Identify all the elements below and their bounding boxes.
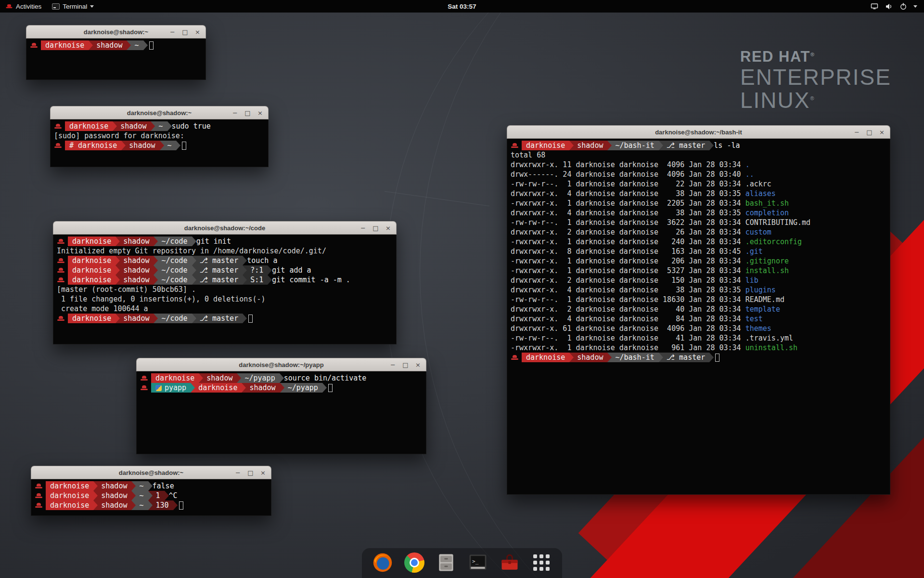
minimize-button[interactable]: −	[387, 359, 398, 370]
terminal-line: darknoiseshadow~/code⎇ masterS:1 git com…	[57, 275, 393, 285]
terminal-text: .	[745, 160, 750, 170]
close-button[interactable]: ×	[255, 107, 266, 118]
prompt-segment: shadow	[93, 491, 131, 500]
dock-item-firefox[interactable]	[372, 552, 394, 574]
activities-label: Activities	[16, 3, 41, 10]
terminal-content[interactable]: darknoiseshadow~	[26, 39, 206, 80]
dock-item-terminal[interactable]: >_	[467, 552, 489, 574]
redhat-prompt-icon	[141, 385, 148, 391]
terminal-text: bash_it.sh	[745, 198, 789, 208]
redhat-prompt-icon	[57, 277, 64, 283]
top-bar: Activities Terminal Sat 03:57	[0, 0, 924, 13]
redhat-prompt-icon	[57, 238, 64, 245]
prompt-segment: darknoise	[522, 353, 569, 362]
terminal-line: -rwxrwxr-x. 1 darknoise darknoise 240 Ja…	[511, 237, 886, 247]
dock-item-show-applications[interactable]	[530, 552, 552, 574]
terminal-content[interactable]: darknoiseshadow~/code git initInitialize…	[53, 235, 397, 344]
prompt-segment: darknoise	[68, 256, 116, 265]
terminal-icon	[52, 3, 60, 10]
maximize-button[interactable]: □	[180, 26, 191, 38]
minimize-button[interactable]: −	[232, 467, 244, 478]
terminal-line: -rw-rw-r--. 1 darknoise darknoise 3622 J…	[511, 218, 886, 227]
terminal-window-home-2: darknoise@shadow:~ − □ × darknoiseshadow…	[31, 466, 271, 516]
terminal-app-icon: >_	[467, 552, 488, 573]
terminal-text: ls -la	[709, 141, 740, 150]
terminal-content[interactable]: darknoiseshadow~/bash-it⎇ master ls -lat…	[507, 139, 890, 495]
prompt-segment: darknoise	[68, 265, 116, 275]
redhat-prompt-icon	[141, 375, 148, 381]
terminal-text: -rwxrwxr-x. 1 darknoise darknoise 2205 J…	[511, 198, 745, 208]
terminal-line: drwxrwxr-x. 4 darknoise darknoise 38 Jan…	[511, 285, 886, 295]
close-button[interactable]: ×	[192, 26, 203, 38]
titlebar[interactable]: darknoise@shadow:~/code − □ ×	[53, 221, 397, 235]
activities-button[interactable]: Activities	[0, 0, 47, 13]
terminal-text: drwxrwxr-x. 4 darknoise darknoise 84 Jan…	[511, 314, 745, 324]
dock-item-files[interactable]	[435, 552, 457, 574]
prompt-segment: shadow	[116, 314, 154, 323]
clock-container: Sat 03:57	[0, 3, 924, 10]
terminal-text: .ackrc	[745, 179, 771, 189]
brand-line-3: LINUX®	[740, 89, 891, 112]
prompt-segment: shadow	[93, 500, 131, 510]
maximize-button[interactable]: □	[245, 467, 256, 478]
app-menu-label: Terminal	[63, 3, 87, 10]
prompt-segment: ~/code	[154, 236, 192, 246]
terminal-text: drwxrwxr-x. 2 darknoise darknoise 150 Ja…	[511, 276, 745, 285]
titlebar[interactable]: darknoise@shadow:~/pyapp − □ ×	[136, 358, 426, 371]
close-button[interactable]: ×	[876, 127, 887, 138]
terminal-content[interactable]: darknoiseshadow~/pyapp source bin/activa…	[136, 371, 426, 454]
minimize-button[interactable]: −	[230, 107, 241, 118]
prompt-segment: darknoise	[191, 383, 242, 393]
clock[interactable]: Sat 03:57	[448, 3, 476, 10]
toolbox-icon	[499, 552, 520, 573]
prompt-segment: ~/pyapp	[237, 373, 279, 383]
window-title: darknoise@shadow:~/pyapp	[137, 358, 426, 371]
app-menu-terminal[interactable]: Terminal	[47, 0, 99, 13]
terminal-line: 1 file changed, 0 insertions(+), 0 delet…	[57, 294, 393, 304]
terminal-text: ..	[745, 170, 754, 179]
dock-item-software[interactable]	[499, 552, 521, 574]
titlebar[interactable]: darknoise@shadow:~ − □ ×	[50, 106, 269, 119]
close-button[interactable]: ×	[257, 467, 269, 478]
terminal-cursor	[179, 501, 183, 510]
minimize-button[interactable]: −	[358, 223, 369, 234]
terminal-line: darknoiseshadow~/pyapp source bin/activa…	[140, 373, 423, 383]
terminal-line: drwxrwxr-x. 11 darknoise darknoise 4096 …	[511, 160, 886, 170]
prompt-segment: ⎇ master	[659, 353, 710, 362]
titlebar[interactable]: darknoise@shadow:~ − □ ×	[31, 466, 271, 479]
prompt-segment: ⎇ master	[192, 275, 243, 285]
prompt-segment: shadow	[116, 256, 154, 265]
terminal-line: drwx------. 24 darknoise darknoise 4096 …	[511, 170, 886, 179]
terminal-line: drwxrwxr-x. 4 darknoise darknoise 38 Jan…	[511, 189, 886, 198]
terminal-line: darknoiseshadow~/bash-it⎇ master ls -la	[511, 141, 886, 150]
terminal-text: 1 file changed, 0 insertions(+), 0 delet…	[57, 294, 265, 304]
terminal-line: total 68	[511, 150, 886, 160]
close-button[interactable]: ×	[383, 223, 394, 234]
svg-text:>_: >_	[472, 558, 479, 565]
maximize-button[interactable]: □	[400, 359, 411, 370]
terminal-window-home-1: darknoise@shadow:~ − □ × darknoiseshadow…	[26, 25, 206, 80]
terminal-line: darknoiseshadow~ sudo true	[54, 121, 265, 131]
minimize-button[interactable]: −	[851, 127, 862, 138]
terminal-line: [master (root-commit) 50bcb63] .	[57, 285, 393, 294]
terminal-window-pyapp: darknoise@shadow:~/pyapp − □ × darknoise…	[136, 358, 426, 454]
terminal-text: install.sh	[745, 266, 789, 276]
terminal-text: drwxrwxr-x. 2 darknoise darknoise 40 Jan…	[511, 304, 745, 314]
prompt-segment: shadow	[242, 383, 280, 393]
titlebar[interactable]: darknoise@shadow:~ − □ ×	[26, 25, 206, 39]
terminal-content[interactable]: darknoiseshadow~ sudo true[sudo] passwor…	[50, 119, 269, 167]
maximize-button[interactable]: □	[370, 223, 381, 234]
terminal-content[interactable]: darknoiseshadow~ falsedarknoiseshadow~1 …	[31, 479, 271, 516]
terminal-text: custom	[745, 227, 771, 237]
prompt-segment: darknoise	[68, 236, 116, 246]
system-status-area[interactable]	[864, 0, 924, 13]
minimize-button[interactable]: −	[167, 26, 178, 38]
dock-item-chrome[interactable]	[403, 552, 425, 574]
close-button[interactable]: ×	[412, 359, 424, 370]
titlebar[interactable]: darknoise@shadow:~/bash-it − □ ×	[507, 125, 890, 139]
maximize-button[interactable]: □	[864, 127, 875, 138]
maximize-button[interactable]: □	[242, 107, 253, 118]
terminal-text: .gitignore	[745, 256, 789, 266]
terminal-line: -rwxrwxr-x. 1 darknoise darknoise 961 Ja…	[511, 343, 886, 353]
terminal-line: -rwxrwxr-x. 1 darknoise darknoise 5327 J…	[511, 266, 886, 276]
